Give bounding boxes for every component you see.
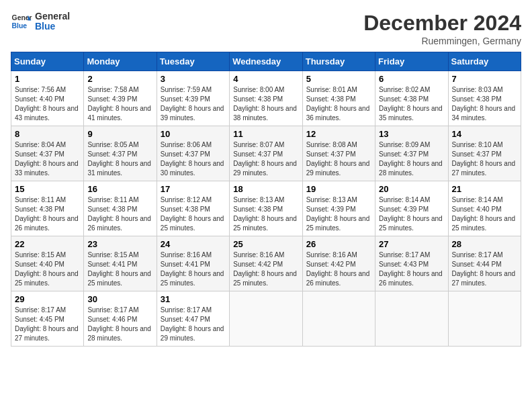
sunrise-label: Sunrise: 8:08 AM [306,141,357,148]
daylight-label: Daylight: 8 hours and 25 minutes. [161,270,224,287]
day-number: 15 [15,184,80,194]
sunset-label: Sunset: 4:37 PM [15,150,64,158]
daylight-label: Daylight: 8 hours and 43 minutes. [15,105,79,122]
day-number: 1 [15,74,80,84]
table-row: 16 Sunrise: 8:11 AM Sunset: 4:38 PM Dayl… [84,181,157,236]
day-number: 8 [15,129,80,139]
sunset-label: Sunset: 4:39 PM [87,95,137,103]
sunset-label: Sunset: 4:37 PM [452,150,502,158]
calendar-week-row: 22 Sunrise: 8:15 AM Sunset: 4:40 PM Dayl… [11,236,521,291]
table-row [448,291,521,347]
calendar-week-row: 8 Sunrise: 8:04 AM Sunset: 4:37 PM Dayli… [11,126,521,181]
sunrise-label: Sunrise: 8:01 AM [306,86,357,93]
day-number: 18 [233,184,298,194]
sunset-label: Sunset: 4:37 PM [161,150,210,158]
day-number: 7 [452,74,517,84]
table-row: 24 Sunrise: 8:16 AM Sunset: 4:41 PM Dayl… [157,236,229,291]
day-info: Sunrise: 8:07 AM Sunset: 4:37 PM Dayligh… [233,140,298,178]
table-row: 18 Sunrise: 8:13 AM Sunset: 4:38 PM Dayl… [230,181,302,236]
daylight-label: Daylight: 8 hours and 26 minutes. [87,215,151,232]
sunset-label: Sunset: 4:41 PM [161,261,210,268]
title-area: December 2024 Ruemmingen, Germany [363,11,521,46]
col-friday: Friday [375,52,448,71]
daylight-label: Daylight: 8 hours and 25 minutes. [87,270,151,287]
table-row: 15 Sunrise: 8:11 AM Sunset: 4:38 PM Dayl… [11,181,84,236]
table-row: 11 Sunrise: 8:07 AM Sunset: 4:37 PM Dayl… [230,126,302,181]
day-number: 29 [15,294,80,304]
sunrise-label: Sunrise: 8:14 AM [452,196,503,203]
sunset-label: Sunset: 4:40 PM [452,205,502,213]
calendar-week-row: 15 Sunrise: 8:11 AM Sunset: 4:38 PM Dayl… [11,181,521,236]
day-number: 30 [87,294,152,304]
col-saturday: Saturday [448,52,521,71]
day-number: 10 [161,129,226,139]
daylight-label: Daylight: 8 hours and 28 minutes. [379,160,443,177]
sunrise-label: Sunrise: 8:17 AM [161,306,212,314]
daylight-label: Daylight: 8 hours and 35 minutes. [379,105,443,122]
table-row: 17 Sunrise: 8:12 AM Sunset: 4:38 PM Dayl… [157,181,229,236]
daylight-label: Daylight: 8 hours and 26 minutes. [306,270,370,287]
table-row [230,291,302,347]
table-row: 31 Sunrise: 8:17 AM Sunset: 4:47 PM Dayl… [157,291,229,347]
sunset-label: Sunset: 4:40 PM [15,261,64,268]
table-row: 30 Sunrise: 8:17 AM Sunset: 4:46 PM Dayl… [84,291,157,347]
table-row: 21 Sunrise: 8:14 AM Sunset: 4:40 PM Dayl… [448,181,521,236]
sunset-label: Sunset: 4:47 PM [161,316,210,323]
table-row: 29 Sunrise: 8:17 AM Sunset: 4:45 PM Dayl… [11,291,84,347]
day-info: Sunrise: 8:17 AM Sunset: 4:44 PM Dayligh… [452,250,517,288]
sunrise-label: Sunrise: 8:00 AM [233,86,284,93]
col-wednesday: Wednesday [230,52,302,71]
daylight-label: Daylight: 8 hours and 25 minutes. [161,215,224,232]
sunset-label: Sunset: 4:37 PM [87,150,137,158]
day-number: 6 [379,74,444,84]
sunset-label: Sunset: 4:38 PM [379,95,429,103]
day-number: 4 [233,74,298,84]
day-number: 26 [306,239,371,249]
day-info: Sunrise: 8:15 AM Sunset: 4:41 PM Dayligh… [87,250,152,288]
sunrise-label: Sunrise: 7:58 AM [87,86,138,93]
table-row: 1 Sunrise: 7:56 AM Sunset: 4:40 PM Dayli… [11,71,84,126]
day-info: Sunrise: 8:17 AM Sunset: 4:45 PM Dayligh… [15,306,80,343]
daylight-label: Daylight: 8 hours and 31 minutes. [87,160,151,177]
daylight-label: Daylight: 8 hours and 26 minutes. [15,215,79,232]
sunrise-label: Sunrise: 8:14 AM [379,196,430,203]
sunset-label: Sunset: 4:38 PM [233,95,283,103]
table-row: 2 Sunrise: 7:58 AM Sunset: 4:39 PM Dayli… [84,71,157,126]
logo-blue-text: Blue [35,21,70,32]
calendar-table: Sunday Monday Tuesday Wednesday Thursday… [11,52,521,347]
day-info: Sunrise: 8:17 AM Sunset: 4:43 PM Dayligh… [379,250,444,288]
daylight-label: Daylight: 8 hours and 38 minutes. [233,105,297,122]
day-number: 11 [233,129,298,139]
day-info: Sunrise: 7:58 AM Sunset: 4:39 PM Dayligh… [87,85,152,123]
sunrise-label: Sunrise: 8:07 AM [233,141,284,148]
calendar-header-row: Sunday Monday Tuesday Wednesday Thursday… [11,52,521,71]
day-info: Sunrise: 8:02 AM Sunset: 4:38 PM Dayligh… [379,85,444,123]
daylight-label: Daylight: 8 hours and 26 minutes. [379,270,443,287]
sunset-label: Sunset: 4:38 PM [233,205,283,213]
day-info: Sunrise: 8:09 AM Sunset: 4:37 PM Dayligh… [379,140,444,178]
daylight-label: Daylight: 8 hours and 25 minutes. [233,270,297,287]
sunrise-label: Sunrise: 8:10 AM [452,141,503,148]
daylight-label: Daylight: 8 hours and 39 minutes. [161,105,224,122]
sunrise-label: Sunrise: 8:05 AM [87,141,138,148]
table-row: 10 Sunrise: 8:06 AM Sunset: 4:37 PM Dayl… [157,126,229,181]
table-row: 4 Sunrise: 8:00 AM Sunset: 4:38 PM Dayli… [230,71,302,126]
daylight-label: Daylight: 8 hours and 30 minutes. [161,160,224,177]
table-row: 7 Sunrise: 8:03 AM Sunset: 4:38 PM Dayli… [448,71,521,126]
table-row: 20 Sunrise: 8:14 AM Sunset: 4:39 PM Dayl… [375,181,448,236]
daylight-label: Daylight: 8 hours and 36 minutes. [306,105,370,122]
month-title: December 2024 [363,11,521,36]
day-number: 17 [161,184,226,194]
day-info: Sunrise: 8:17 AM Sunset: 4:47 PM Dayligh… [161,306,226,343]
table-row [375,291,448,347]
day-info: Sunrise: 8:14 AM Sunset: 4:39 PM Dayligh… [379,195,444,233]
daylight-label: Daylight: 8 hours and 34 minutes. [452,105,516,122]
day-number: 2 [87,74,152,84]
table-row: 23 Sunrise: 8:15 AM Sunset: 4:41 PM Dayl… [84,236,157,291]
sunrise-label: Sunrise: 7:59 AM [161,86,212,93]
day-info: Sunrise: 8:12 AM Sunset: 4:38 PM Dayligh… [161,195,226,233]
day-number: 31 [161,294,226,304]
day-info: Sunrise: 8:00 AM Sunset: 4:38 PM Dayligh… [233,85,298,123]
day-number: 3 [161,74,226,84]
table-row: 25 Sunrise: 8:16 AM Sunset: 4:42 PM Dayl… [230,236,302,291]
